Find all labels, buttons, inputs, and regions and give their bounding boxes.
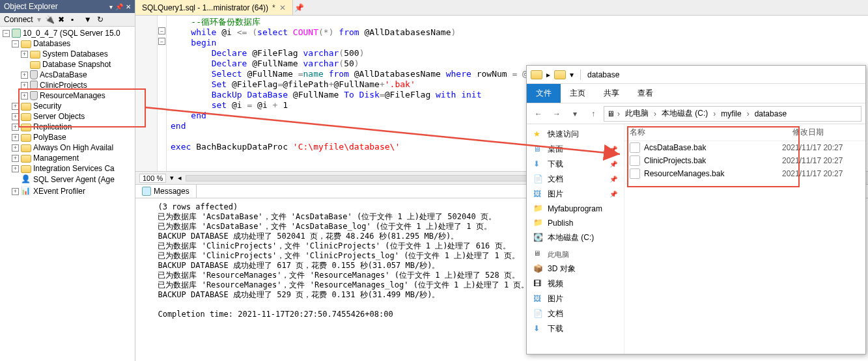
file-menu[interactable]: 文件 [527,84,561,103]
folder-icon [554,70,566,79]
polybase-node[interactable]: +PolyBase [0,132,135,142]
explorer-sidebar[interactable]: ★快速访问 🖥桌面📌 ⬇下载📌 📄文档📌 🖼图片📌 📁Myfabuprogram… [527,124,624,354]
column-headers[interactable]: 名称 修改日期 [624,124,865,141]
tab-label: SQLQuery1.sql - 1...ministrator (64)) [142,3,268,12]
folder-icon [21,40,31,48]
file-explorer-window[interactable]: ▸ ▾ database 文件 主页 共享 查看 ← → ▾ ↑ 🖥 此电脑 本… [526,65,866,354]
databases-node[interactable]: −Databases [0,38,135,49]
messages-icon [142,187,151,196]
xevent-profiler-node[interactable]: +📊XEvent Profiler [0,185,135,197]
fold-marker[interactable]: − [158,38,165,45]
close-tab-icon[interactable]: ✕ [279,3,286,12]
download-icon: ⬇ [533,159,544,170]
documents2-item[interactable]: 📄文档 [527,306,624,321]
server-icon [12,29,21,38]
folder-icon [21,165,31,173]
pictures2-item[interactable]: 🖼图片 [527,291,624,306]
security-node[interactable]: +Security [0,101,135,111]
object-explorer-panel: Object Explorer ▾ 📌 ✕ Connect ▾ 🔌 ✖ ▪ ▼ … [0,0,135,361]
object-tree[interactable]: −10_0_4_7 (SQL Server 15.0 −Databases +S… [0,27,135,361]
downloads-item[interactable]: ⬇下载📌 [527,157,624,172]
download-icon: ⬇ [533,324,544,334]
up-button[interactable]: ↑ [585,106,601,122]
recent-button[interactable]: ▾ [567,106,583,122]
close-icon[interactable]: ✕ [126,3,131,10]
video-item[interactable]: 🎞视频 [527,276,624,291]
document-icon: 📄 [533,174,544,185]
tab-pin-icon[interactable]: 📌 [293,0,306,15]
explorer-titlebar[interactable]: ▸ ▾ database [527,66,865,84]
file-icon [630,142,640,153]
home-menu[interactable]: 主页 [561,84,595,103]
downloads2-item[interactable]: ⬇下载 [527,321,624,336]
col-name[interactable]: 名称 [624,124,787,140]
file-icon [630,168,640,179]
crumb-myfile[interactable]: myfile [718,109,744,118]
disconnect-icon[interactable]: ✖ [58,15,67,24]
zoom-down-icon[interactable]: ▾ [170,174,174,182]
sql-agent-node[interactable]: 👤SQL Server Agent (Age [0,174,135,185]
file-list[interactable]: 名称 修改日期 AcsDataBase.bak2021/11/17 20:27 … [624,124,865,354]
resourcemanages-node[interactable]: +ResourceManages [0,90,135,101]
share-menu[interactable]: 共享 [595,84,628,103]
connect-icon[interactable]: 🔌 [45,15,54,24]
crumb-database[interactable]: database [752,109,789,118]
localdisk-item[interactable]: 💽本地磁盘 (C:) [527,230,624,245]
object-explorer-title-label: Object Explorer [4,2,58,11]
folder-icon: 📁 [533,204,544,214]
replication-node[interactable]: +Replication [0,122,135,132]
line-gutter [135,16,158,171]
alwayson-node[interactable]: +Always On High Availal [0,142,135,153]
agent-icon: 👤 [21,174,31,185]
3d-objects-item[interactable]: 📦3D 对象 [527,261,624,276]
connect-toolbar: Connect ▾ 🔌 ✖ ▪ ▼ ↻ [0,13,135,27]
fold-gutter[interactable]: − − [158,16,167,171]
quick-access[interactable]: ★快速访问 [527,127,624,142]
myfabu-item[interactable]: 📁Myfabuprogram [527,202,624,216]
fold-marker[interactable]: − [158,27,165,34]
folder-icon [21,113,31,121]
connect-label[interactable]: Connect [4,15,33,24]
system-databases-node[interactable]: +System Databases [0,49,135,59]
window-title: database [587,70,619,79]
pc-icon: 🖥 [533,249,544,260]
file-row[interactable]: ClinicProjects.bak2021/11/17 20:27 [624,154,865,167]
dropdown-icon[interactable]: ▾ [570,70,574,79]
forward-button[interactable]: → [549,106,565,122]
dropdown-icon[interactable]: ▾ [109,3,113,10]
editor-tabs: SQLQuery1.sql - 1...ministrator (64)) * … [135,0,868,16]
col-date[interactable]: 修改日期 [787,124,865,140]
acsdatabase-node[interactable]: +AcsDataBase [0,70,135,80]
integration-services-node[interactable]: +Integration Services Ca [0,163,135,174]
clinicprojects-node[interactable]: +ClinicProjects [0,80,135,90]
thispc-section[interactable]: 🖥此电脑 [527,245,624,261]
database-icon [30,91,38,100]
desktop-icon: 🖥 [533,144,544,155]
file-row[interactable]: AcsDataBase.bak2021/11/17 20:27 [624,141,865,154]
star-icon: ★ [533,129,544,140]
crumb-disk[interactable]: 本地磁盘 (C:) [659,108,710,119]
back-button[interactable]: ← [531,106,546,122]
zoom-dropdown[interactable]: 100 % [139,174,166,183]
view-menu[interactable]: 查看 [628,84,662,103]
filter-icon[interactable]: ▼ [84,15,93,24]
explorer-ribbon: 文件 主页 共享 查看 [527,84,865,103]
messages-tab[interactable]: Messages [135,185,197,198]
server-node[interactable]: −10_0_4_7 (SQL Server 15.0 [0,28,135,38]
database-snapshots-node[interactable]: Database Snapshot [0,59,135,70]
scroll-left-icon[interactable]: ◂ [178,174,182,182]
file-row[interactable]: ResourceManages.bak2021/11/17 20:27 [624,167,865,180]
pictures-item[interactable]: 🖼图片📌 [527,187,624,202]
pin-icon[interactable]: 📌 [115,3,123,10]
documents-item[interactable]: 📄文档📌 [527,172,624,187]
server-objects-node[interactable]: +Server Objects [0,111,135,122]
crumb-pc[interactable]: 此电脑 [623,108,651,119]
desktop-item[interactable]: 🖥桌面📌 [527,142,624,157]
management-node[interactable]: +Management [0,153,135,163]
publish-item[interactable]: 📁Publish [527,216,624,230]
stop-icon[interactable]: ▪ [71,15,80,24]
address-bar[interactable]: 🖥 此电脑 本地磁盘 (C:) myfile database [604,106,861,122]
file-name: ClinicProjects.bak [644,156,782,165]
refresh-icon[interactable]: ↻ [97,15,106,24]
sql-query-tab[interactable]: SQLQuery1.sql - 1...ministrator (64)) * … [135,0,293,15]
